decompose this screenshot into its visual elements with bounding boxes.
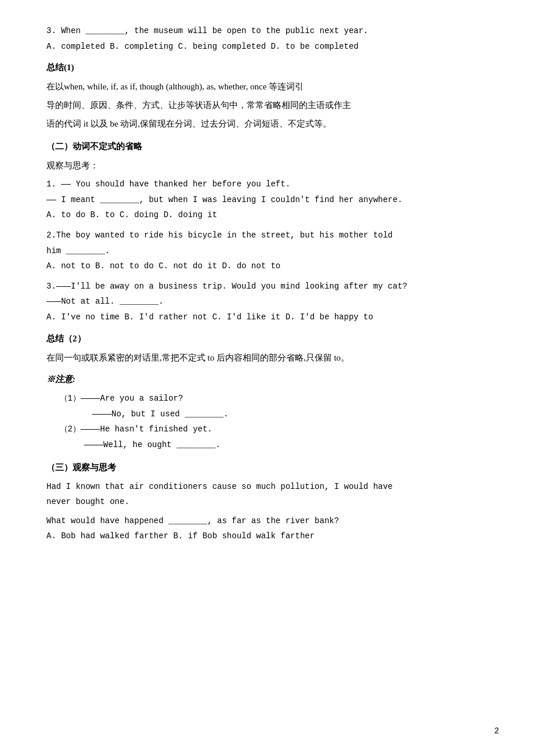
q2-3-dialog: ―――Not at all. ________. — [46, 294, 488, 309]
summary-2-title: 总结（2） — [46, 331, 488, 347]
q2-1-options: A. to do B. to C. doing D. doing it — [46, 207, 488, 223]
q2-1-dialog: ―― I meant ________, but when I was leav… — [46, 192, 488, 208]
q2-3-options: A. I've no time B. I'd rather not C. I'd… — [46, 309, 488, 325]
summary-1-title: 总结(1) — [46, 60, 488, 75]
s3-options: A. Bob had walked farther B. if Bob shou… — [46, 528, 488, 544]
summary-2-text: 在同一句或联系紧密的对话里,常把不定式 to 后内容相同的部分省略,只保留 to… — [46, 350, 488, 366]
note1-q: （1）――――Are you a sailor? — [60, 391, 488, 406]
q2-1: 1. ―― You should have thanked her before… — [46, 177, 488, 223]
s3-opt-b: B. if Bob should walk farther — [168, 531, 315, 541]
section-3-title: （三）观察与思考 — [46, 460, 488, 476]
note-title: ※注意: — [46, 372, 488, 387]
q2-2: 2.The boy wanted to ride his bicycle in … — [46, 228, 488, 274]
q3-options: A. completed B. completing C. being comp… — [46, 39, 488, 55]
s3-text1: Had I known that air conditioners cause … — [46, 479, 488, 495]
summary-1-text1: 在以when, while, if, as if, though (althou… — [46, 79, 488, 95]
note1-a: ――――No, but I used ________. — [60, 406, 488, 422]
page-number: 2 — [495, 724, 499, 739]
q2-1-question: 1. ―― You should have thanked her before… — [46, 177, 488, 192]
q2-2-question: 2.The boy wanted to ride his bicycle in … — [46, 228, 488, 243]
note2-q: （2）――――He hasn't finished yet. — [60, 422, 488, 437]
s3-opt-a: A. Bob had walked farther — [46, 531, 168, 541]
q2-3: 3.―――I'll be away on a business trip. Wo… — [46, 279, 488, 325]
question-3: 3. When ________, the museum will be ope… — [46, 23, 488, 54]
q2-2-options: A. not to B. not to do C. not do it D. d… — [46, 258, 488, 274]
note2-a: ――――Well, he ought ________. — [60, 437, 488, 453]
note-2: （2）――――He hasn't finished yet. ――――Well,… — [46, 422, 488, 452]
q3-question: 3. When ________, the museum will be ope… — [46, 23, 488, 39]
observe-label: 观察与思考： — [46, 158, 488, 174]
summary-1-text3: 语的代词 it 以及 be 动词,保留现在分词、过去分词、介词短语、不定式等。 — [46, 116, 488, 132]
q2-2-question2: him ________. — [46, 243, 488, 259]
note-1: （1）――――Are you a sailor? ――――No, but I u… — [46, 391, 488, 422]
q2-3-question: 3.―――I'll be away on a business trip. Wo… — [46, 279, 488, 294]
s3-text2: never bought one. — [46, 494, 488, 510]
section-2-title: （二）动词不定式的省略 — [46, 139, 488, 154]
main-content: 3. When ________, the museum will be ope… — [46, 23, 488, 544]
s3-text3: What would have happened ________, as fa… — [46, 513, 488, 529]
summary-1-text2: 导的时间、原因、条件、方式、让步等状语从句中，常常省略相同的主语或作主 — [46, 98, 488, 114]
